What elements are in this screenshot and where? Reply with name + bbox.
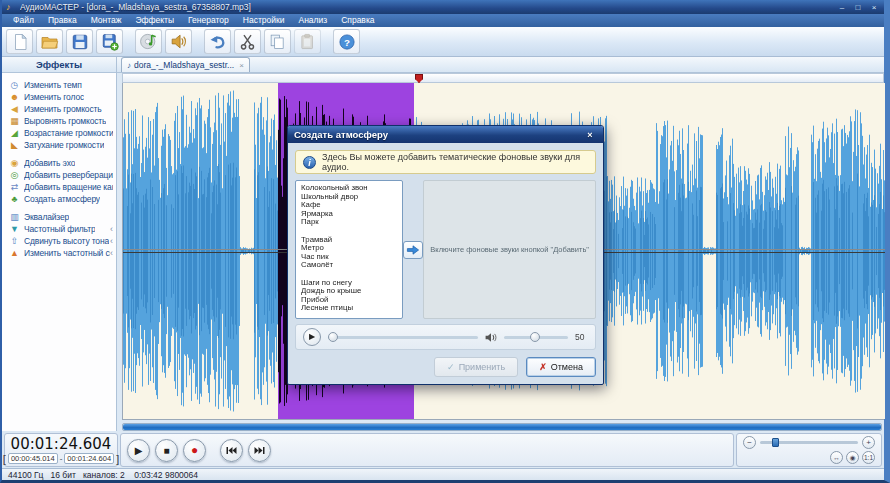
bracket-open: [ bbox=[3, 453, 6, 465]
menu-Справка[interactable]: Справка bbox=[334, 14, 381, 27]
sidebar-item[interactable]: ⇄Добавить вращение каналов bbox=[2, 181, 116, 193]
sidebar-item[interactable]: ☻Изменить голос bbox=[2, 91, 116, 103]
current-time: 00:01:24.604 bbox=[11, 436, 112, 452]
sidebar-item-label: Возрастание громкости bbox=[24, 128, 113, 138]
skip-end-button[interactable] bbox=[248, 439, 271, 462]
sidebar-item[interactable]: ◎Добавить реверберацию bbox=[2, 169, 116, 181]
open-file-button[interactable] bbox=[36, 29, 63, 54]
cd-audio-button[interactable] bbox=[135, 29, 162, 54]
preview-volume-slider[interactable] bbox=[504, 336, 568, 339]
help-button[interactable]: ? bbox=[333, 29, 360, 54]
play-button[interactable]: ▶ bbox=[127, 439, 150, 462]
preview-volume-thumb[interactable] bbox=[530, 332, 540, 342]
minimize-button[interactable]: – bbox=[836, 3, 848, 12]
svg-text:?: ? bbox=[344, 36, 350, 47]
save-fragment-button[interactable] bbox=[96, 29, 123, 54]
zoom-out-button[interactable]: − bbox=[743, 436, 756, 449]
menubar: ФайлПравкаМонтажЭффектыГенераторНастройк… bbox=[2, 14, 884, 27]
menu-Анализ[interactable]: Анализ bbox=[291, 14, 334, 27]
fit-width-button[interactable]: ↔ bbox=[830, 451, 843, 464]
sound-recording-button[interactable] bbox=[165, 29, 192, 54]
cross-icon: ✗ bbox=[539, 362, 547, 372]
timeline-ruler[interactable] bbox=[122, 73, 884, 83]
sidebar-item[interactable]: ⇧Сдвинуть высоту тона‹ bbox=[2, 235, 116, 247]
volume-icon: ◀ bbox=[8, 104, 21, 114]
preview-play-button[interactable]: ▶ bbox=[303, 328, 321, 346]
selection-start-field[interactable]: 00:00:45.014 bbox=[8, 453, 58, 464]
sidebar-header: Эффекты bbox=[2, 57, 116, 73]
save-fragment-icon bbox=[101, 33, 119, 51]
sidebar-item[interactable]: ▲Изменить частотный спектр‹ bbox=[2, 247, 116, 259]
preview-position-thumb[interactable] bbox=[328, 332, 338, 342]
zoom-in-button[interactable]: + bbox=[862, 436, 875, 449]
sound-option[interactable]: Лесные птицы bbox=[301, 304, 397, 313]
sidebar-item-label: Создать атмосферу bbox=[24, 194, 100, 204]
expand-chevron-icon[interactable]: ‹ bbox=[110, 236, 113, 246]
tab-active-file[interactable]: ♪ dora_-_Mladshaya_sestr... × bbox=[121, 57, 250, 72]
transport-controls: ▶ ■ ● bbox=[120, 433, 734, 467]
sidebar-item[interactable]: ▥Эквалайзер bbox=[2, 211, 116, 223]
zoom-slider-thumb[interactable] bbox=[772, 438, 779, 447]
sound-listbox[interactable]: Колокольный звонШкольный дворКафеЯрмарка… bbox=[295, 180, 403, 319]
range-dash: - bbox=[60, 454, 63, 463]
expand-chevron-icon[interactable]: ‹ bbox=[110, 224, 113, 234]
sidebar-item[interactable]: ▦Выровнять громкость bbox=[2, 115, 116, 127]
normalize-icon: ▦ bbox=[8, 116, 21, 126]
zoom-slider[interactable] bbox=[760, 441, 858, 444]
paste-button[interactable] bbox=[294, 29, 321, 54]
volume-value: 50 bbox=[575, 332, 588, 342]
sidebar-item[interactable]: ▼Частотный фильтр‹ bbox=[2, 223, 116, 235]
playhead-marker[interactable] bbox=[415, 74, 423, 83]
preview-position-slider[interactable] bbox=[328, 336, 478, 339]
sidebar-item[interactable]: ◉Добавить эхо bbox=[2, 157, 116, 169]
skip-start-button[interactable] bbox=[220, 439, 243, 462]
menu-Эффекты[interactable]: Эффекты bbox=[128, 14, 181, 27]
add-sound-button[interactable] bbox=[403, 241, 423, 259]
menu-Генератор[interactable]: Генератор bbox=[181, 14, 236, 27]
new-file-button[interactable] bbox=[6, 29, 33, 54]
cut-button[interactable] bbox=[234, 29, 261, 54]
sidebar-item[interactable]: ◀Изменить громкость bbox=[2, 103, 116, 115]
stop-button[interactable]: ■ bbox=[155, 439, 178, 462]
menu-Файл[interactable]: Файл bbox=[6, 14, 41, 27]
copy-button[interactable] bbox=[264, 29, 291, 54]
menu-Настройки[interactable]: Настройки bbox=[236, 14, 292, 27]
maximize-button[interactable]: □ bbox=[852, 3, 864, 12]
selection-end-field[interactable]: 00:01:24.604 bbox=[64, 453, 114, 464]
zoom-controls: − + ↔ ◉ 1:1 bbox=[736, 433, 882, 467]
cancel-button[interactable]: ✗ Отмена bbox=[526, 357, 596, 377]
close-button[interactable]: × bbox=[868, 3, 880, 12]
sound-option[interactable]: Самолёт bbox=[301, 261, 397, 270]
sidebar-item[interactable]: ◢Возрастание громкости bbox=[2, 127, 116, 139]
sidebar-item[interactable]: ◣Затухание громкости bbox=[2, 139, 116, 151]
copy-icon bbox=[269, 33, 286, 50]
overview-eye-button[interactable]: ◉ bbox=[846, 451, 859, 464]
info-text: Здесь Вы можете добавить тематические фо… bbox=[322, 152, 588, 172]
apply-button[interactable]: ✓ Применить bbox=[434, 357, 518, 377]
skip-start-icon bbox=[226, 446, 237, 455]
expand-chevron-icon[interactable]: ‹ bbox=[110, 248, 113, 258]
dialog-close-icon[interactable]: × bbox=[583, 130, 597, 140]
one-to-one-button[interactable]: 1:1 bbox=[862, 451, 875, 464]
sound-option[interactable]: Парк bbox=[301, 218, 397, 227]
window-title: АудиоМАСТЕР - [dora_-_Mladshaya_sestra_6… bbox=[20, 2, 836, 12]
sidebar-item[interactable]: ◷Изменить темп bbox=[2, 79, 116, 91]
save-button[interactable] bbox=[66, 29, 93, 54]
tabbar: ♪ dora_-_Mladshaya_sestr... × bbox=[117, 57, 884, 73]
menu-Правка[interactable]: Правка bbox=[41, 14, 84, 27]
undo-button[interactable] bbox=[204, 29, 231, 54]
overview-scrollbar[interactable] bbox=[122, 423, 882, 431]
sidebar-item[interactable]: ♣Создать атмосферу bbox=[2, 193, 116, 205]
menu-Монтаж[interactable]: Монтаж bbox=[84, 14, 129, 27]
sidebar-item-label: Добавить реверберацию bbox=[24, 170, 113, 180]
sidebar-item-label: Изменить частотный спектр bbox=[24, 248, 110, 258]
dialog-title: Создать атмосферу bbox=[294, 129, 388, 140]
paste-clipboard-icon bbox=[299, 33, 316, 50]
spectrum-icon: ▲ bbox=[8, 248, 21, 258]
sidebar-item-label: Затухание громкости bbox=[24, 140, 104, 150]
record-button[interactable]: ● bbox=[183, 439, 206, 462]
bottom-panel: 00:01:24.604 [ 00:00:45.014 - 00:01:24.6… bbox=[2, 431, 884, 468]
channel-rotation-icon: ⇄ bbox=[8, 182, 21, 192]
tab-close-icon[interactable]: × bbox=[239, 61, 244, 70]
dialog-titlebar[interactable]: Создать атмосферу × bbox=[288, 126, 603, 143]
